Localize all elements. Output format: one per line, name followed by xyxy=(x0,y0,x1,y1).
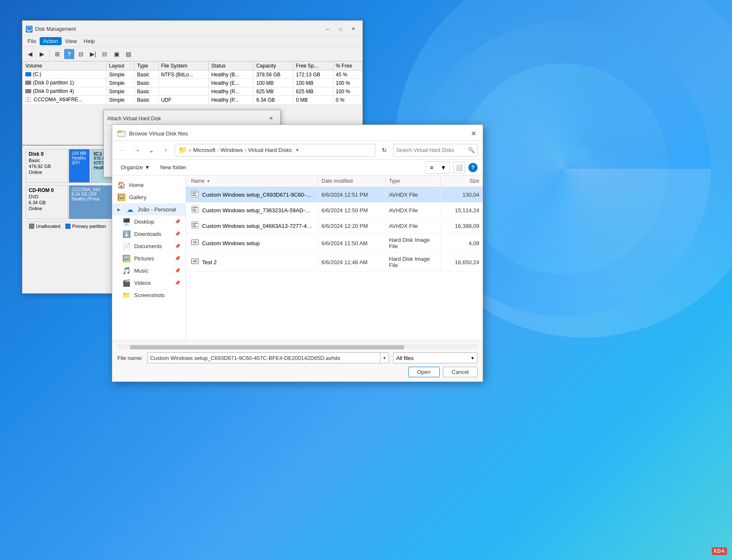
col-layout[interactable]: Layout xyxy=(106,62,134,70)
nav-home-label: Home xyxy=(129,182,144,188)
cdrom0-label: CD-ROM 0 DVD 6.34 GB Online xyxy=(26,185,68,219)
extend-button[interactable]: ▶| xyxy=(88,49,98,59)
col-type[interactable]: Type xyxy=(135,62,159,70)
help-button[interactable]: ? xyxy=(468,163,478,172)
search-box[interactable]: 🔍 xyxy=(393,144,478,157)
back-button[interactable]: ◀ xyxy=(25,49,35,59)
nav-item-pictures[interactable]: 🖼️ Pictures 📌 xyxy=(112,252,186,265)
nav-item-screenshots[interactable]: 📁 Screenshots xyxy=(112,289,186,301)
table-row[interactable]: (Disk 0 partition 1) Simple Basic Health… xyxy=(23,79,362,87)
attach-vhd-title: Attach Virtual Hard Disk xyxy=(107,116,161,122)
col-header-name[interactable]: Name ▼ xyxy=(186,176,318,187)
browse-dialog-icon xyxy=(117,130,126,138)
svg-point-4 xyxy=(28,99,29,100)
vhd-icon-4 xyxy=(191,257,199,267)
file-type-3: Hard Disk Image File xyxy=(386,234,440,252)
file-row-0[interactable]: Custom Windows setup_C693D671-9C60-457C-… xyxy=(186,187,483,203)
row2-free: 625 MB xyxy=(293,87,333,96)
filename-label: File name: xyxy=(117,355,143,361)
videos-icon: 🎬 xyxy=(122,279,131,287)
col-header-date[interactable]: Date modified xyxy=(318,176,386,187)
help-toolbar-button[interactable]: ? xyxy=(64,49,74,59)
row3-free: 0 MB xyxy=(293,96,333,105)
col-filesystem[interactable]: File System xyxy=(158,62,208,70)
address-path[interactable]: 📁 « Microsoft › Windows › Virtual Hard D… xyxy=(175,144,375,157)
menu-bar: File Action View Help xyxy=(22,36,362,47)
menu-action[interactable]: Action xyxy=(40,37,62,45)
nav-up-button[interactable]: ↑ xyxy=(160,145,171,156)
nav-item-music[interactable]: 🎵 Music 📌 xyxy=(112,265,186,277)
disk0-part1[interactable]: 100 MB Healthy (EFI xyxy=(69,149,90,183)
nav-item-home[interactable]: 🏠 Home xyxy=(112,179,186,191)
col-header-type[interactable]: Type xyxy=(386,176,440,187)
disk-mgmt-toolbar: ◀ ▶ ⊞ ? ⊟ ▶| ⊟ ▣ ▤ xyxy=(22,47,362,61)
nav-back-button[interactable]: ← xyxy=(117,145,128,156)
attach-close-button[interactable]: ✕ xyxy=(265,114,277,123)
search-input[interactable] xyxy=(396,147,468,153)
shrink-button[interactable]: ⊟ xyxy=(76,49,86,59)
nav-item-personal[interactable]: ▶ ☁ João - Personal xyxy=(112,203,186,216)
refresh-button[interactable]: ↻ xyxy=(379,145,390,156)
vol-bar xyxy=(25,81,31,85)
file-row-4[interactable]: Test 2 6/6/2024 11:48 AM Hard Disk Image… xyxy=(186,253,483,272)
nav-item-downloads[interactable]: ⬇️ Downloads 📌 xyxy=(112,228,186,240)
file-row-1[interactable]: Custom Windows setup_7363231A-59AD-4498-… xyxy=(186,203,483,218)
horizontal-scrollbar[interactable] xyxy=(117,345,478,349)
swirl-decoration-3 xyxy=(458,63,669,274)
col-volume[interactable]: Volume xyxy=(23,62,107,70)
col-pctfree[interactable]: % Free xyxy=(333,62,362,70)
browse-close-button[interactable]: ✕ xyxy=(467,128,479,140)
path-part-windows[interactable]: Windows xyxy=(221,147,243,153)
path-part-microsoft[interactable]: Microsoft xyxy=(193,147,216,153)
view-options-button[interactable]: ▼ xyxy=(438,162,449,173)
row2-layout: Simple xyxy=(106,87,134,96)
cancel-button[interactable]: Cancel xyxy=(443,367,478,377)
nav-item-gallery[interactable]: 🖼️ Gallery xyxy=(112,191,186,203)
nav-item-desktop[interactable]: 🖥️ Desktop 📌 xyxy=(112,216,186,228)
table-row[interactable]: CCCOMA_X64FRE... Simple Basic UDF Health… xyxy=(23,96,362,105)
pictures-pin-icon: 📌 xyxy=(175,256,181,261)
nav-item-videos[interactable]: 🎬 Videos 📌 xyxy=(112,277,186,289)
documents-icon: 📄 xyxy=(122,242,131,250)
nav-forward-button[interactable]: → xyxy=(132,145,143,156)
col-capacity[interactable]: Capacity xyxy=(254,62,293,70)
col-status[interactable]: Status xyxy=(208,62,254,70)
table-row[interactable]: (C:) Simple Basic NTFS (BitLo... Healthy… xyxy=(23,70,362,79)
disk-button[interactable]: ▣ xyxy=(111,49,122,59)
list-view-button[interactable]: ≡ xyxy=(426,162,438,173)
nav-dropdown-button[interactable]: ⌄ xyxy=(146,145,157,156)
sort-arrow-icon: ▼ xyxy=(206,179,211,184)
vol-name: (Disk 0 partition 4) xyxy=(33,88,74,94)
menu-help[interactable]: Help xyxy=(80,37,98,45)
file-row-2[interactable]: Custom Windows setup_04663A13-7277-4DEE-… xyxy=(186,218,483,234)
home-icon: 🏠 xyxy=(117,181,126,189)
vol-name: (C:) xyxy=(33,71,41,77)
nav-item-documents[interactable]: 📄 Documents 📌 xyxy=(112,240,186,252)
row1-layout: Simple xyxy=(106,79,134,87)
file-row-3[interactable]: Custom Windows setup 6/6/2024 11:50 AM H… xyxy=(186,234,483,253)
filename-input[interactable] xyxy=(148,354,380,362)
col-header-size[interactable]: Size xyxy=(440,176,483,187)
menu-file[interactable]: File xyxy=(24,37,40,45)
pane-view-button[interactable]: ⬜ xyxy=(453,162,465,173)
col-free[interactable]: Free Sp... xyxy=(293,62,333,70)
path-part-vhd[interactable]: Virtual Hard Disks xyxy=(248,147,292,153)
close-button[interactable]: ✕ xyxy=(347,25,359,33)
browse-title-left: Browse Virtual Disk files xyxy=(117,130,188,138)
new-folder-button[interactable]: New folder xyxy=(157,162,190,172)
file-date-1: 6/6/2024 12:50 PM xyxy=(318,204,386,216)
partition-button[interactable]: ▤ xyxy=(123,49,133,59)
scrollbar-thumb[interactable] xyxy=(130,345,404,349)
action-buttons: Open Cancel xyxy=(117,367,478,377)
file-type-0: AVHDX File xyxy=(386,189,440,201)
organize-button[interactable]: Organize ▼ xyxy=(117,162,154,172)
forward-button[interactable]: ▶ xyxy=(37,49,47,59)
properties-button[interactable]: ⊞ xyxy=(52,49,62,59)
open-button[interactable]: Open xyxy=(408,367,440,377)
table-row[interactable]: (Disk 0 partition 4) Simple Basic Health… xyxy=(23,87,362,96)
menu-view[interactable]: View xyxy=(62,37,80,45)
minimize-button[interactable]: ─ xyxy=(322,25,334,33)
filename-dropdown-button[interactable]: ▼ xyxy=(380,353,389,363)
maximize-button[interactable]: □ xyxy=(335,25,346,33)
view-button[interactable]: ⊟ xyxy=(100,49,110,59)
